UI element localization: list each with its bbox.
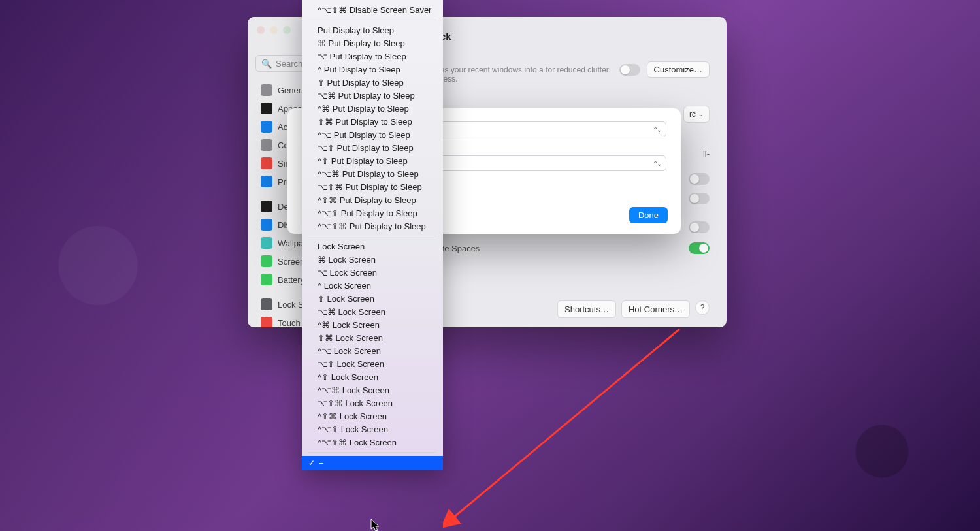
menu-item[interactable]: ⌥⌘ Put Display to Sleep [302, 89, 443, 102]
toggle-1[interactable] [689, 173, 710, 185]
sidebar-icon [261, 298, 272, 310]
menu-item[interactable]: ⌥⇧ Put Display to Sleep [302, 141, 443, 154]
chevron-down-icon: ⌄ [698, 111, 704, 118]
search-icon: 🔍 [261, 59, 272, 69]
group-by-app-toggle[interactable] [689, 221, 710, 233]
menu-item[interactable]: ⌥ Put Display to Sleep [302, 50, 443, 63]
menu-item-none[interactable]: ✓ − [302, 456, 443, 470]
menu-item[interactable]: ^⌥⌘ Lock Screen [302, 383, 443, 396]
sidebar-icon [261, 176, 272, 187]
sidebar-icon [261, 274, 272, 285]
menu-item[interactable]: ^⌥⇧⌘ Lock Screen [302, 436, 443, 449]
menu-separator [308, 236, 436, 236]
sidebar-icon [261, 255, 272, 267]
toggle-2[interactable] [689, 193, 710, 204]
customize-button[interactable]: Customize… [647, 61, 710, 78]
menu-item[interactable]: Put Display to Sleep [302, 24, 443, 37]
menu-item[interactable]: ⌘ Lock Screen [302, 253, 443, 266]
hot-corner-action-menu[interactable]: ^⌥⇧⌘ Disable Screen Saver Put Display to… [302, 0, 443, 470]
separate-spaces-toggle[interactable] [689, 242, 710, 254]
chevron-updown-icon: ⌃⌄ [653, 160, 661, 167]
sidebar-item-label: Battery [278, 275, 304, 285]
done-button[interactable]: Done [629, 207, 668, 223]
checkmark-icon: ✓ [308, 459, 315, 468]
menu-separator [308, 452, 436, 453]
sidebar-icon [261, 157, 272, 169]
menu-item[interactable]: ^⌘ Put Display to Sleep [302, 102, 443, 115]
menu-item[interactable]: ^⌥⇧⌘ Put Display to Sleep [302, 219, 443, 233]
sidebar-icon [261, 219, 272, 231]
sidebar-icon [261, 139, 272, 151]
menu-item[interactable]: ⌥⇧ Lock Screen [302, 357, 443, 370]
menu-item[interactable]: ^ Put Display to Sleep [302, 63, 443, 76]
stage-manager-toggle[interactable] [619, 64, 640, 76]
menu-item-label: − [319, 459, 324, 468]
menu-item[interactable]: ⌥⇧⌘ Put Display to Sleep [302, 180, 443, 193]
sidebar-icon [261, 103, 272, 114]
menu-item[interactable]: ^⌘ Lock Screen [302, 318, 443, 331]
sidebar-icon [261, 121, 272, 133]
menu-item[interactable]: Lock Screen [302, 240, 443, 253]
menu-item[interactable]: ^⇧ Lock Screen [302, 370, 443, 383]
sidebar-icon [261, 317, 272, 327]
menu-item[interactable]: ⇧⌘ Put Display to Sleep [302, 115, 443, 128]
menu-item[interactable]: ^⌥ Put Display to Sleep [302, 128, 443, 141]
sidebar-icon [261, 201, 272, 212]
sidebar-icon [261, 84, 272, 96]
chevron-updown-icon: ⌃⌄ [653, 126, 661, 133]
search-placeholder: Search [276, 59, 302, 69]
menu-item[interactable]: ^⇧⌘ Lock Screen [302, 410, 443, 423]
menu-item[interactable]: ⇧ Put Display to Sleep [302, 76, 443, 89]
menu-item[interactable]: ^⌥⇧ Put Display to Sleep [302, 206, 443, 219]
menu-item[interactable]: ⌥⇧⌘ Lock Screen [302, 396, 443, 410]
menu-item[interactable]: ^⇧ Put Display to Sleep [302, 154, 443, 167]
menu-item[interactable]: ^⌥⌘ Put Display to Sleep [302, 167, 443, 180]
menu-item[interactable]: ⌘ Put Display to Sleep [302, 37, 443, 50]
menu-item[interactable]: ⇧ Lock Screen [302, 292, 443, 305]
menu-item[interactable]: ^⌥⇧⌘ Disable Screen Saver [302, 3, 443, 16]
help-button[interactable]: ? [695, 300, 710, 315]
menu-separator [308, 20, 436, 20]
ll-text: ll- [703, 149, 710, 159]
sidebar-icon [261, 237, 272, 249]
menu-item[interactable]: ^⌥⇧ Lock Screen [302, 423, 443, 436]
shortcuts-button[interactable]: Shortcuts… [557, 300, 616, 318]
menu-item[interactable]: ^⌥ Lock Screen [302, 344, 443, 357]
recent-dropdown[interactable]: rc⌄ [683, 106, 710, 123]
menu-item[interactable]: ⇧⌘ Lock Screen [302, 331, 443, 344]
menu-item[interactable]: ^ Lock Screen [302, 279, 443, 292]
menu-item[interactable]: ⌥⌘ Lock Screen [302, 305, 443, 318]
menu-item[interactable]: ⌥ Lock Screen [302, 266, 443, 279]
menu-item[interactable]: ^⇧⌘ Put Display to Sleep [302, 193, 443, 206]
hot-corners-button[interactable]: Hot Corners… [621, 300, 690, 318]
